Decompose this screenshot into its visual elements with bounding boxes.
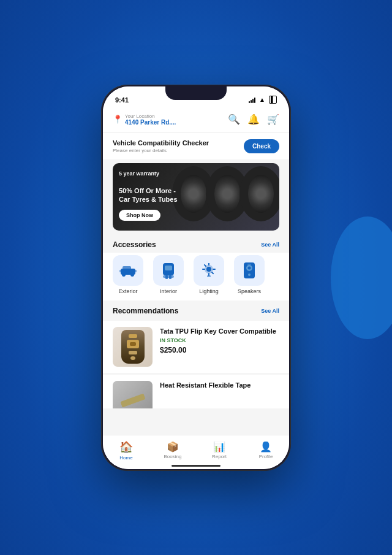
checker-subtitle: Please enter your details [113,148,209,153]
nav-report-label: Report [212,454,227,459]
status-time: 9:41 [115,96,129,104]
product-card-1[interactable]: Tata TPU Flip Key Cover Compatible IN ST… [103,321,289,373]
bottom-nav: 🏠 Home 📦 Booking 📊 Report 👤 Profile [103,435,289,469]
svg-rect-24 [247,264,251,265]
lighting-icon [200,263,217,278]
location-section[interactable]: 📍 Your Location 4140 Parker Rd.... [113,113,176,126]
tire-group [172,166,279,221]
warranty-text: 5 year warranty [119,170,178,177]
svg-rect-4 [119,270,122,272]
product-info-2: Heat Resistant Flexible Tape [160,381,279,391]
accessories-see-all[interactable]: See All [261,242,279,248]
svg-rect-19 [207,275,211,277]
offer-text: 50% Off Or More -Car Tyres & Tubes [119,186,178,204]
header-icons: 🔍 🔔 🛒 [228,113,279,125]
recommendations-header: Recommendations See All [103,300,289,319]
cart-icon[interactable]: 🛒 [267,113,279,125]
recommendations-section: Recommendations See All [103,300,289,408]
signal-icon [249,97,255,103]
nav-home[interactable]: 🏠 Home [103,440,149,461]
svg-rect-5 [134,270,137,272]
location-value: 4140 Parker Rd.... [125,119,176,126]
checker-text: Vehicle Compatibility Checker Please ent… [113,139,209,153]
wifi-icon: ▲ [259,96,265,103]
recommendations-title: Recommendations [113,307,178,315]
phone-notch [165,86,227,100]
phone-frame: 9:41 ▲ ▌ 📍 [101,85,291,471]
product-image-1 [113,327,153,367]
interior-label: Interior [160,288,177,294]
nav-profile[interactable]: 👤 Profile [243,441,289,459]
lighting-label: Lighting [199,288,219,294]
report-icon: 📊 [213,441,225,453]
accessory-lighting[interactable]: Lighting [191,255,227,294]
accessories-title: Accessories [113,240,156,249]
accessory-exterior[interactable]: Exterior [110,255,146,294]
exterior-icon [119,264,137,277]
speakers-label: Speakers [238,288,261,294]
profile-icon: 👤 [260,441,272,453]
svg-rect-8 [163,275,174,278]
svg-point-2 [122,273,126,277]
recommendations-see-all[interactable]: See All [261,308,279,314]
search-icon[interactable]: 🔍 [228,113,240,125]
svg-point-22 [248,266,251,269]
svg-point-23 [248,274,251,276]
svg-rect-10 [169,275,172,279]
check-button[interactable]: Check [244,139,279,153]
product-name-1: Tata TPU Flip Key Cover Compatible [160,327,279,335]
svg-rect-9 [165,275,168,279]
product-name-2: Heat Resistant Flexible Tape [160,381,279,389]
svg-line-18 [212,272,213,274]
checker-title: Vehicle Compatibility Checker [113,139,209,147]
status-icons: ▲ ▌ [249,96,277,104]
battery-icon: ▌ [269,96,277,104]
exterior-label: Exterior [118,288,137,294]
screen-content[interactable]: 📍 Your Location 4140 Parker Rd.... 🔍 🔔 🛒 [103,109,289,435]
svg-line-17 [205,264,206,266]
nav-profile-label: Profile [259,454,273,459]
promo-banner[interactable]: 5 year warranty 50% Off Or More -Car Tyr… [113,163,279,231]
product-price-1: $250.00 [160,346,279,354]
nav-report[interactable]: 📊 Report [196,441,243,459]
nav-booking[interactable]: 📦 Booking [149,441,196,459]
nav-booking-label: Booking [164,454,182,459]
product-card-2[interactable]: Heat Resistant Flexible Tape [103,375,289,408]
accessories-section: Accessories See All [103,234,289,300]
location-pin-icon: 📍 [113,115,123,124]
compatibility-checker: Vehicle Compatibility Checker Please ent… [103,133,289,159]
app-header: 📍 Your Location 4140 Parker Rd.... 🔍 🔔 🛒 [103,109,289,132]
home-icon: 🏠 [119,440,133,454]
product-image-2 [113,381,153,408]
home-indicator [172,465,221,467]
accessories-row: Exterior [103,253,289,300]
accessory-speakers[interactable]: Speakers [232,255,267,294]
interior-icon [161,262,176,279]
booking-icon: 📦 [167,441,179,453]
accessories-header: Accessories See All [103,234,289,253]
nav-home-label: Home [119,455,132,461]
location-label: Your Location [125,113,176,119]
accessory-interior[interactable]: Interior [151,255,186,294]
svg-rect-1 [123,266,131,270]
svg-point-3 [130,273,134,277]
shop-now-button[interactable]: Shop Now [119,210,160,221]
banner-content: 5 year warranty 50% Off Or More -Car Tyr… [119,170,178,221]
svg-point-12 [206,267,211,272]
svg-rect-7 [165,266,172,270]
product-stock-1: IN STOCK [160,337,279,343]
bell-icon[interactable]: 🔔 [247,113,260,125]
key-fob-image [121,330,145,364]
product-info-1: Tata TPU Flip Key Cover Compatible IN ST… [160,327,279,354]
speakers-icon [243,262,256,279]
